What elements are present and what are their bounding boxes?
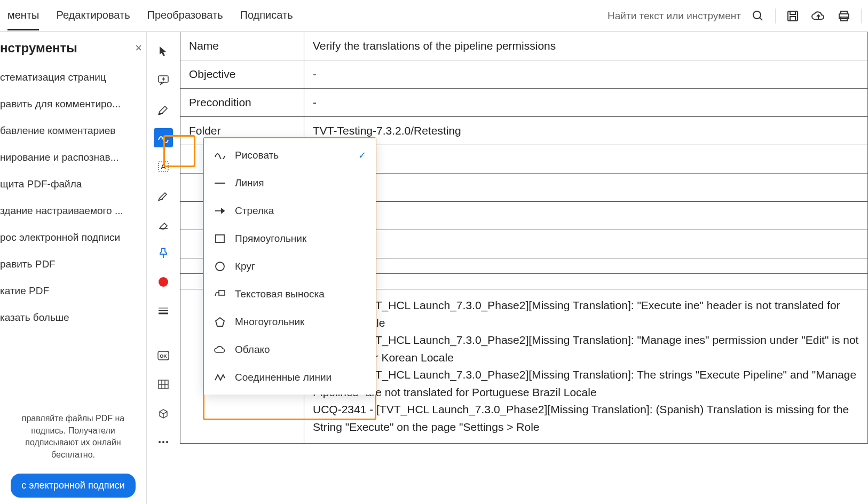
draw-tool[interactable] (154, 128, 173, 147)
svg-text:OK: OK (160, 353, 167, 359)
tool-organize-pages[interactable]: стематизация страниц (0, 64, 146, 91)
dd-connected-lines[interactable]: Соединенные линии (204, 364, 376, 391)
tool-create-custom[interactable]: здание настраиваемого ... (0, 198, 146, 224)
nav-sign[interactable]: Подписать (240, 2, 293, 30)
svg-point-25 (162, 441, 164, 443)
grid-tool[interactable] (154, 375, 173, 394)
cloud-upload-icon[interactable] (810, 7, 827, 25)
svg-point-24 (159, 441, 161, 443)
svg-rect-31 (219, 290, 225, 295)
dd-callout[interactable]: Текстовая выноска (204, 280, 376, 308)
ok-tool[interactable]: OK (154, 346, 173, 365)
dd-label: Линия (235, 177, 264, 189)
svg-line-1 (760, 18, 762, 20)
line-icon (214, 177, 226, 190)
dd-circle[interactable]: Круг (204, 253, 376, 280)
dd-cloud[interactable]: Облако (204, 336, 376, 364)
svg-rect-3 (790, 17, 795, 21)
dd-polygon[interactable]: Многоугольник (204, 308, 376, 336)
tool-show-more[interactable]: казать больше (0, 304, 146, 331)
eraser-tool[interactable] (154, 215, 173, 234)
svg-point-14 (159, 277, 168, 287)
dd-label: Стрелка (235, 205, 274, 217)
svg-rect-29 (216, 235, 224, 242)
dd-label: Текстовая выноска (235, 288, 325, 300)
search-icon[interactable] (749, 7, 767, 25)
tools-list: стематизация страниц равить для комменти… (0, 64, 146, 406)
color-tool[interactable] (154, 272, 173, 292)
top-bar: менты Редактировать Преобразовать Подпис… (0, 0, 868, 32)
nav-menty[interactable]: менты (7, 2, 39, 30)
connected-lines-icon (214, 371, 226, 384)
pen-tool[interactable] (154, 186, 173, 205)
dd-label: Круг (235, 261, 255, 272)
dd-label: Многоугольник (235, 316, 304, 328)
select-tool[interactable] (154, 42, 173, 61)
table-row: Objective- (180, 60, 868, 89)
main-area: нструменты × стематизация страниц равить… (0, 32, 868, 504)
top-nav: менты Редактировать Преобразовать Подпис… (6, 2, 293, 30)
tool-compress-pdf[interactable]: катие PDF (0, 278, 146, 304)
text-select-tool[interactable]: A (154, 157, 173, 176)
dd-label: Прямоугольник (235, 233, 306, 245)
circle-icon (214, 260, 226, 273)
nav-convert[interactable]: Преобразовать (147, 2, 223, 30)
svg-point-26 (166, 441, 168, 443)
dd-label: Облако (235, 344, 270, 356)
promo-text: правляйте файлы PDF на подпись. Получате… (0, 406, 146, 467)
tool-request-signature[interactable]: рос электронной подписи (0, 224, 146, 251)
table-row: NameVerify the translations of the pipel… (180, 32, 868, 60)
tool-send-comment[interactable]: равить для комментиро... (0, 91, 146, 117)
cloud-icon (214, 343, 226, 356)
pin-tool[interactable] (154, 243, 173, 263)
tool-add-comments[interactable]: бавление комментариев (0, 117, 146, 144)
arrow-icon (214, 204, 226, 217)
more-tool[interactable] (154, 432, 173, 452)
svg-text:A: A (161, 162, 166, 171)
freehand-icon (214, 149, 226, 162)
separator (775, 9, 776, 23)
svg-marker-32 (216, 318, 224, 326)
tool-protect-pdf[interactable]: щита PDF-файла (0, 171, 146, 198)
dd-label: Соединенные линии (235, 372, 332, 383)
rectangle-icon (214, 232, 226, 245)
tool-scan-ocr[interactable]: нирование и распознав... (0, 144, 146, 171)
vertical-toolbar: A OK (147, 32, 180, 504)
dd-rectangle[interactable]: Прямоугольник (204, 225, 376, 253)
sidebar-header: нструменты × (0, 32, 146, 64)
search-placeholder-text[interactable]: Найти текст или инструмент (607, 10, 741, 22)
draw-dropdown: Рисовать ✓ Линия Стрелка Прямоугольник К… (204, 138, 376, 395)
line-weight-tool[interactable] (154, 301, 173, 320)
table-row: Precondition- (180, 89, 868, 117)
sidebar-left: нструменты × стематизация страниц равить… (0, 32, 147, 504)
check-icon: ✓ (358, 149, 366, 161)
print-icon[interactable] (835, 7, 853, 25)
polygon-icon (214, 316, 226, 328)
svg-point-30 (216, 262, 224, 271)
callout-icon (214, 288, 226, 301)
tool-edit-pdf[interactable]: равить PDF (0, 251, 146, 278)
dd-draw[interactable]: Рисовать ✓ (204, 141, 376, 169)
promo-button[interactable]: с электронной подписи (11, 474, 135, 498)
separator (861, 9, 862, 23)
dd-label: Рисовать (235, 149, 279, 161)
close-icon[interactable]: × (135, 41, 142, 55)
dd-arrow[interactable]: Стрелка (204, 197, 376, 225)
highlight-tool[interactable] (154, 99, 173, 119)
nav-edit[interactable]: Редактировать (56, 2, 130, 30)
svg-point-0 (753, 11, 761, 19)
save-icon[interactable] (784, 7, 801, 25)
sidebar-title: нструменты (0, 41, 77, 56)
cube-tool[interactable] (154, 404, 173, 423)
top-right-actions: Найти текст или инструмент (607, 7, 862, 25)
comment-tool[interactable] (154, 70, 173, 90)
dd-line[interactable]: Линия (204, 169, 376, 197)
